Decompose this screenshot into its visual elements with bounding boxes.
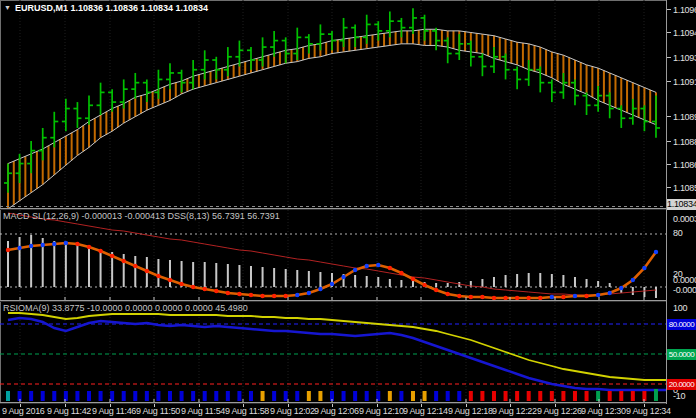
dss-dot-down (133, 264, 137, 268)
signal-strip-bar (133, 391, 137, 401)
price-tick (667, 9, 671, 10)
price-label: 1.10880 (673, 137, 696, 147)
dss-dot-down (168, 278, 172, 282)
signal-strip-bar (480, 391, 484, 401)
dss-dot-down (122, 259, 126, 263)
signal-strip-bar (6, 391, 10, 401)
signal-strip-bar (596, 391, 600, 401)
dss-dot-down (480, 295, 484, 299)
macd-histogram-bar (19, 237, 21, 287)
signal-strip-bar (156, 391, 160, 401)
dss-dot-up (41, 243, 45, 247)
time-tick (644, 404, 645, 407)
dss-dot-down (388, 266, 392, 270)
macd-histogram-bar (447, 283, 449, 287)
macd-histogram-bar (227, 264, 229, 287)
dss-dot-down (434, 288, 438, 292)
time-tick (154, 404, 155, 407)
price-label: 1.10945 (673, 28, 696, 38)
dss-dot-up (29, 244, 33, 248)
macd-histogram-bar (551, 274, 553, 287)
macd-canvas[interactable] (0, 210, 666, 300)
rsioma-axis-label: 100 (673, 303, 687, 313)
macd-histogram-bar (308, 271, 310, 287)
dss-dot-up (330, 282, 334, 286)
main-chart-canvas[interactable] (0, 0, 666, 208)
signal-strip-bar (261, 391, 265, 401)
dss-dot-up (341, 275, 345, 279)
dss-dot-down (237, 292, 241, 296)
price-label: 1.10850 (673, 183, 696, 193)
macd-histogram-bar (389, 279, 391, 287)
macd-histogram-bar (609, 283, 611, 287)
dss-dot-down (260, 294, 264, 298)
dss-dot-down (226, 291, 230, 295)
dss-dot-down (87, 245, 91, 249)
signal-strip-bar (342, 391, 346, 401)
rsioma-level-box: 50.0000 (667, 349, 696, 360)
signal-strip-bar (122, 391, 126, 401)
macd-histogram-bar (319, 272, 321, 287)
time-tick (110, 404, 111, 407)
signal-strip-bar (226, 391, 230, 401)
macd-histogram-bar (53, 241, 55, 287)
signal-strip-bar (365, 391, 369, 401)
macd-histogram-bar (435, 283, 437, 287)
time-tick (510, 404, 511, 407)
macd-histogram-bar (273, 268, 275, 287)
macd-histogram-bar (505, 275, 507, 287)
dss-dot-down (156, 274, 160, 278)
symbol-dropdown-icon[interactable]: ▼ (4, 4, 11, 11)
macd-histogram-bar (586, 279, 588, 287)
dss-dot-up (550, 295, 554, 299)
signal-strip-bar (180, 391, 184, 401)
macd-histogram-bar (400, 280, 402, 287)
signal-strip-bar (585, 391, 589, 401)
time-label: 9 Aug 12:10 (359, 406, 404, 416)
time-tick (466, 404, 467, 407)
macd-histogram-bar (76, 246, 78, 287)
macd-histogram-bar (632, 287, 634, 295)
main-chart-panel[interactable]: ▼EURUSD,M1 1.10836 1.10836 1.10834 1.108… (0, 0, 666, 208)
signal-strip-bar (654, 389, 658, 401)
signal-strip-bar (492, 391, 496, 401)
signal-strip-bar (561, 391, 565, 401)
time-tick (243, 404, 244, 407)
macd-histogram-bar (30, 235, 32, 287)
signal-strip-bar (214, 391, 218, 401)
price-axis[interactable]: 1.109601.109451.109301.109151.108951.108… (667, 0, 696, 404)
dss-dot-up (64, 241, 68, 245)
time-tick (20, 404, 21, 407)
signal-strip-bar (434, 391, 438, 401)
dss-dot-down (561, 295, 565, 299)
rsioma-panel[interactable]: RSIOMA(9) 33.8775 -10.0000 0.0000 0.0000… (0, 302, 666, 402)
time-label: 9 Aug 12:06 (314, 406, 359, 416)
macd-histogram-bar (100, 250, 102, 287)
signal-strip-bar (307, 391, 311, 401)
dss-dot-down (214, 289, 218, 293)
macd-histogram-bar (238, 265, 240, 287)
dss-dot-down (98, 249, 102, 253)
rsioma-canvas[interactable] (0, 302, 666, 402)
time-label: 9 Aug 11:46 (92, 406, 136, 416)
time-tick (555, 404, 556, 407)
dss-dot-down (6, 248, 10, 252)
price-label: 1.10930 (673, 53, 696, 63)
dss-dot-up (631, 278, 635, 282)
signal-strip-bar (29, 391, 33, 401)
macd-histogram-bar (516, 274, 518, 287)
dss-dot-up (318, 287, 322, 291)
time-axis[interactable]: 9 Aug 20169 Aug 11:429 Aug 11:469 Aug 11… (0, 404, 696, 418)
macd-histogram-bar (250, 266, 252, 287)
macd-axis-label: 80 (673, 228, 682, 238)
macd-histogram-bar (655, 287, 657, 298)
time-tick (288, 404, 289, 407)
dss-dot-down (469, 295, 473, 299)
current-price-box: 1.10834 (667, 199, 696, 210)
macd-histogram-bar (493, 277, 495, 287)
macd-panel[interactable]: MACD SL(12,26,9) -0.000013 -0.000413 DSS… (0, 210, 666, 300)
rsioma-ma-line (8, 313, 666, 380)
price-label: 1.10895 (673, 112, 696, 122)
dss-dot-up (307, 291, 311, 295)
rsioma-axis-label: -10 (673, 391, 685, 401)
